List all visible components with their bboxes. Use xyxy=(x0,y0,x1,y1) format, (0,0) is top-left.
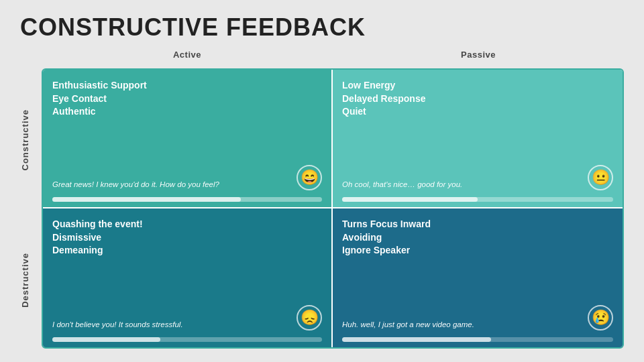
cell-top-section-tl: Enthusiastic Support Eye Contact Authent… xyxy=(43,70,331,157)
x-axis-label-active: Active xyxy=(42,50,333,68)
progress-fill-tl xyxy=(52,197,241,202)
progress-fill-tr xyxy=(342,197,478,202)
emoji-circle-tl: 😄 xyxy=(297,165,322,190)
x-axis-label-passive: Passive xyxy=(333,50,624,68)
x-axis-labels: Active Passive xyxy=(42,50,624,68)
emoji-bl: 😞 xyxy=(301,310,319,325)
emoji-circle-tr: 😐 xyxy=(588,165,613,190)
matrix-content: Active Passive Enthusiastic Support Eye … xyxy=(42,50,624,349)
emoji-br: 😢 xyxy=(592,310,610,325)
cell-top-section-bl: Quashing the event! Dismissive Demeaning xyxy=(43,208,331,297)
cell-bottom-br: Huh. well, I just got a new video game. … xyxy=(333,297,623,337)
cell-quote-tr: Oh cool, that's nice… good for you. xyxy=(342,180,588,190)
cell-quote-bl: I don't believe you! It sounds stressful… xyxy=(52,320,297,330)
cell-title-br: Turns Focus Inward Avoiding Ignore Speak… xyxy=(342,218,613,257)
progress-br xyxy=(342,337,613,342)
cell-top-section-br: Turns Focus Inward Avoiding Ignore Speak… xyxy=(333,208,623,297)
cell-bottom-tl: Great news! I knew you'd do it. How do y… xyxy=(43,157,331,197)
cell-bottom-bl: I don't believe you! It sounds stressful… xyxy=(43,297,331,337)
matrix-grid: Enthusiastic Support Eye Contact Authent… xyxy=(42,68,624,349)
cell-destructive-passive: Turns Focus Inward Avoiding Ignore Speak… xyxy=(333,208,623,347)
cell-bottom-tr: Oh cool, that's nice… good for you. 😐 xyxy=(333,157,623,197)
cell-quote-tl: Great news! I knew you'd do it. How do y… xyxy=(52,180,297,190)
cell-top-section-tr: Low Energy Delayed Response Quiet xyxy=(333,70,623,157)
cell-title-tr: Low Energy Delayed Response Quiet xyxy=(342,79,613,119)
progress-tr xyxy=(342,197,613,202)
y-axis-label-constructive: Constructive xyxy=(20,109,42,170)
cell-constructive-passive: Low Energy Delayed Response Quiet Oh coo… xyxy=(333,70,623,208)
cell-constructive-active: Enthusiastic Support Eye Contact Authent… xyxy=(43,70,333,208)
page-title: CONSTRUCTIVE FEEDBACK xyxy=(20,13,624,42)
emoji-circle-bl: 😞 xyxy=(297,305,322,330)
emoji-circle-br: 😢 xyxy=(588,305,613,330)
page-container: CONSTRUCTIVE FEEDBACK Constructive Destr… xyxy=(0,0,644,362)
progress-tl xyxy=(52,197,322,202)
emoji-tr: 😐 xyxy=(592,170,610,185)
cell-quote-br: Huh. well, I just got a new video game. xyxy=(342,320,588,330)
progress-bl xyxy=(52,337,322,342)
emoji-tl: 😄 xyxy=(301,170,319,185)
progress-fill-bl xyxy=(52,337,160,342)
matrix-wrapper: Constructive Destructive Active Passive … xyxy=(20,50,624,349)
y-axis-label-destructive: Destructive xyxy=(20,253,42,308)
cell-title-bl: Quashing the event! Dismissive Demeaning xyxy=(52,218,322,257)
progress-fill-br xyxy=(342,337,491,342)
cell-destructive-active: Quashing the event! Dismissive Demeaning… xyxy=(43,208,333,347)
y-axis-labels: Constructive Destructive xyxy=(20,68,42,349)
cell-title-tl: Enthusiastic Support Eye Contact Authent… xyxy=(52,79,322,119)
